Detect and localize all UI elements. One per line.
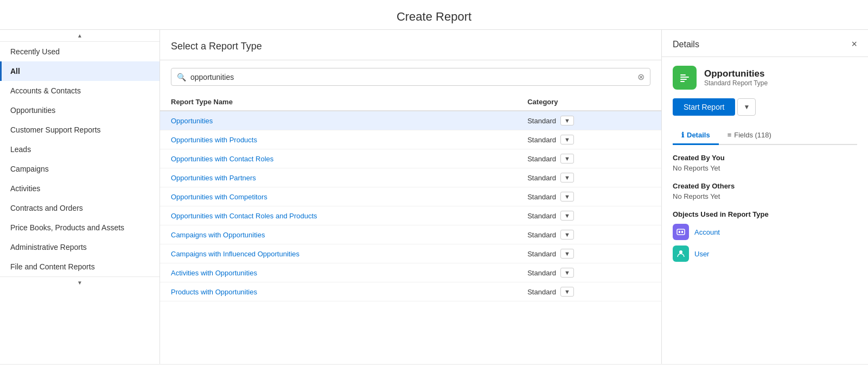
sidebar-item-recently-used[interactable]: Recently Used — [0, 42, 159, 61]
report-type-name-link[interactable]: Opportunities with Competitors — [171, 193, 267, 201]
report-type-icon — [673, 66, 697, 90]
table-row[interactable]: Campaigns with OpportunitiesStandard▼ — [160, 225, 661, 244]
start-report-dropdown-button[interactable]: ▼ — [737, 98, 756, 116]
category-label: Standard — [527, 212, 556, 220]
details-tab-details[interactable]: ℹDetails — [673, 127, 719, 145]
details-panel: Details × Opportunities Standard Report … — [662, 30, 868, 364]
report-type-info: Opportunities Standard Report Type — [704, 68, 768, 87]
table-row[interactable]: Activities with OpportunitiesStandard▼ — [160, 263, 661, 282]
sidebar-item-all[interactable]: All — [0, 61, 159, 81]
report-type-name-link[interactable]: Opportunities with Contact Roles and Pro… — [171, 212, 317, 220]
table-row[interactable]: Opportunities with Contact Roles and Pro… — [160, 206, 661, 225]
table-row[interactable]: OpportunitiesStandard▼ — [160, 111, 661, 130]
table-row[interactable]: Campaigns with Influenced OpportunitiesS… — [160, 244, 661, 263]
svg-rect-5 — [677, 229, 685, 235]
sidebar-item-accounts-contacts[interactable]: Accounts & Contacts — [0, 81, 159, 100]
report-type-subtitle: Standard Report Type — [704, 79, 768, 87]
row-dropdown-button[interactable]: ▼ — [560, 154, 574, 163]
search-icon: 🔍 — [177, 73, 186, 81]
details-content: Opportunities Standard Report Type Start… — [662, 57, 868, 364]
search-input[interactable] — [190, 73, 637, 81]
svg-rect-4 — [680, 81, 685, 82]
details-header-label: Details — [673, 40, 699, 49]
report-type-name-link[interactable]: Campaigns with Influenced Opportunities — [171, 250, 299, 258]
category-label: Standard — [527, 250, 556, 258]
row-dropdown-button[interactable]: ▼ — [560, 249, 574, 259]
details-tab-fields[interactable]: ≡Fields (118) — [719, 127, 780, 145]
sidebar-item-customer-support[interactable]: Customer Support Reports — [0, 120, 159, 140]
row-dropdown-button[interactable]: ▼ — [560, 116, 574, 125]
sidebar-scroll-down[interactable]: ▼ — [0, 276, 159, 288]
sidebar-item-price-books[interactable]: Price Books, Products and Assets — [0, 218, 159, 237]
row-dropdown-button[interactable]: ▼ — [560, 135, 574, 144]
col-category: Category — [516, 93, 661, 111]
object-icon-user — [673, 246, 689, 262]
sidebar-scroll-up[interactable]: ▲ — [0, 30, 159, 42]
table-row[interactable]: Opportunities with PartnersStandard▼ — [160, 168, 661, 187]
table-row[interactable]: Products with OpportunitiesStandard▼ — [160, 282, 661, 301]
category-label: Standard — [527, 231, 556, 239]
sidebar-item-opportunities[interactable]: Opportunities — [0, 100, 159, 120]
report-type-name-link[interactable]: Opportunities with Products — [171, 136, 257, 144]
category-label: Standard — [527, 155, 556, 163]
table-row[interactable]: Opportunities with Contact RolesStandard… — [160, 149, 661, 168]
action-buttons: Start Report ▼ — [673, 98, 857, 116]
start-report-button[interactable]: Start Report — [673, 98, 735, 116]
svg-point-8 — [679, 250, 682, 254]
svg-rect-1 — [680, 74, 686, 75]
report-type-name-link[interactable]: Opportunities with Contact Roles — [171, 155, 273, 163]
report-type-title: Opportunities — [704, 68, 768, 79]
center-header: Select a Report Type — [160, 30, 661, 60]
search-bar: 🔍 ⊗ — [171, 68, 650, 86]
details-tabs: ℹDetails≡Fields (118) — [673, 127, 857, 145]
row-dropdown-button[interactable]: ▼ — [560, 192, 574, 202]
sidebar-item-administrative[interactable]: Administrative Reports — [0, 237, 159, 257]
fields-tab-icon: ≡ — [727, 131, 732, 139]
sidebar-item-activities[interactable]: Activities — [0, 179, 159, 198]
report-category-cell: Standard▼ — [516, 111, 661, 130]
sidebar-item-file-content[interactable]: File and Content Reports — [0, 257, 159, 276]
objects-section: Objects Used in Report Type Account User — [673, 210, 857, 262]
report-type-name-link[interactable]: Campaigns with Opportunities — [171, 231, 265, 239]
report-category-cell: Standard▼ — [516, 244, 661, 263]
details-tab-icon: ℹ — [681, 131, 684, 139]
svg-rect-7 — [681, 231, 683, 233]
sidebar-item-contracts-orders[interactable]: Contracts and Orders — [0, 198, 159, 218]
report-category-cell: Standard▼ — [516, 168, 661, 187]
section-value: No Reports Yet — [673, 192, 857, 200]
object-link-account[interactable]: Account — [694, 228, 720, 236]
center-panel: Select a Report Type 🔍 ⊗ Report Type Nam… — [160, 30, 662, 364]
report-category-cell: Standard▼ — [516, 282, 661, 301]
report-type-name-link[interactable]: Products with Opportunities — [171, 288, 257, 296]
search-clear-icon[interactable]: ⊗ — [637, 72, 644, 82]
sidebar-nav: Recently UsedAllAccounts & ContactsOppor… — [0, 42, 159, 276]
details-sections: Created By You No Reports Yet Created By… — [673, 154, 857, 200]
report-type-name-link[interactable]: Opportunities — [171, 117, 213, 125]
report-category-cell: Standard▼ — [516, 263, 661, 282]
row-dropdown-button[interactable]: ▼ — [560, 173, 574, 182]
category-label: Standard — [527, 117, 556, 125]
category-label: Standard — [527, 174, 556, 182]
main-layout: ▲ Recently UsedAllAccounts & ContactsOpp… — [0, 30, 868, 364]
sidebar-item-leads[interactable]: Leads — [0, 140, 159, 159]
row-dropdown-button[interactable]: ▼ — [560, 230, 574, 240]
category-label: Standard — [527, 269, 556, 277]
table-row[interactable]: Opportunities with CompetitorsStandard▼ — [160, 187, 661, 206]
row-dropdown-button[interactable]: ▼ — [560, 287, 574, 297]
report-type-header: Opportunities Standard Report Type — [673, 66, 857, 90]
row-dropdown-button[interactable]: ▼ — [560, 268, 574, 278]
category-label: Standard — [527, 193, 556, 201]
object-link-user[interactable]: User — [694, 250, 709, 258]
report-category-cell: Standard▼ — [516, 225, 661, 244]
details-tab-label: Details — [687, 131, 710, 139]
report-type-name-link[interactable]: Activities with Opportunities — [171, 269, 257, 277]
svg-rect-3 — [680, 79, 687, 80]
report-type-name-link[interactable]: Opportunities with Partners — [171, 174, 256, 182]
details-close-button[interactable]: × — [851, 39, 857, 50]
sidebar-item-campaigns[interactable]: Campaigns — [0, 159, 159, 179]
table-row[interactable]: Opportunities with ProductsStandard▼ — [160, 130, 661, 149]
object-item-account: Account — [673, 224, 857, 240]
objects-section-title: Objects Used in Report Type — [673, 210, 857, 218]
row-dropdown-button[interactable]: ▼ — [560, 211, 574, 221]
svg-rect-2 — [680, 77, 689, 78]
